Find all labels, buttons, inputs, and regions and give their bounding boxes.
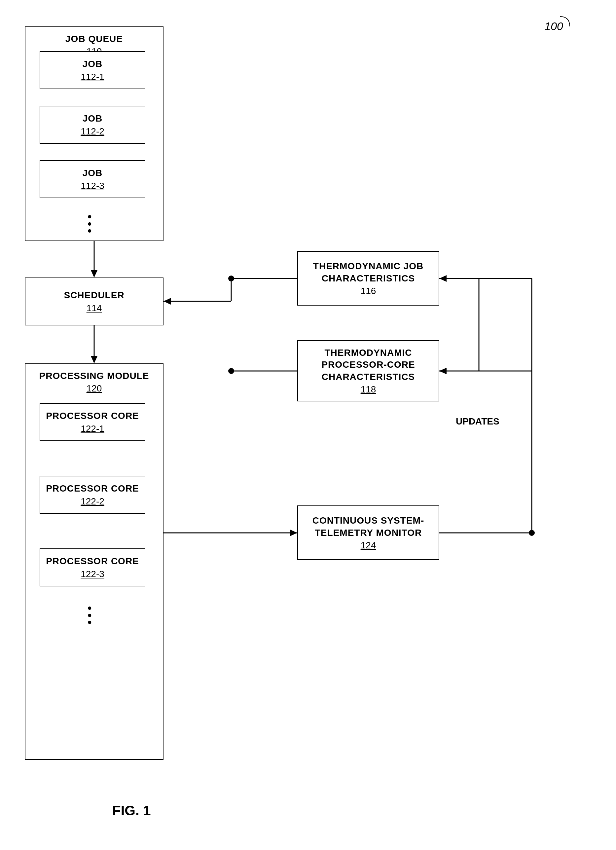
processor-core-3-number: 122-3 xyxy=(81,569,105,579)
thermo-proc-char-number: 118 xyxy=(361,384,376,395)
job-2-label: JOB xyxy=(82,113,103,124)
job-3-box: JOB 112-3 xyxy=(40,160,145,198)
thermo-job-char-label: THERMODYNAMIC JOBCHARACTERISTICS xyxy=(313,260,423,284)
processing-module-number: 120 xyxy=(25,383,163,394)
svg-marker-11 xyxy=(163,298,171,305)
processing-module-label: PROCESSING MODULE xyxy=(25,370,163,382)
job-2-box: JOB 112-2 xyxy=(40,106,145,144)
processor-core-1-label: PROCESSOR CORE xyxy=(46,410,139,422)
svg-point-8 xyxy=(228,275,234,281)
processor-core-2-number: 122-2 xyxy=(81,496,105,507)
continuous-monitor-box: CONTINUOUS SYSTEM-TELEMETRY MONITOR 124 xyxy=(297,506,439,560)
figure-label: FIG. 1 xyxy=(112,803,151,819)
svg-marker-3 xyxy=(91,356,97,364)
svg-marker-21 xyxy=(290,530,297,536)
svg-marker-16 xyxy=(439,368,447,374)
processor-core-1-box: PROCESSOR CORE 122-1 xyxy=(40,403,145,441)
thermo-proc-char-label: THERMODYNAMICPROCESSOR-CORECHARACTERISTI… xyxy=(321,347,415,383)
processor-core-2-label: PROCESSOR CORE xyxy=(46,483,139,495)
job-1-label: JOB xyxy=(82,58,103,70)
processor-core-2-box: PROCESSOR CORE 122-2 xyxy=(40,476,145,514)
job-3-number: 112-3 xyxy=(81,181,105,191)
processor-core-3-box: PROCESSOR CORE 122-3 xyxy=(40,548,145,587)
continuous-monitor-number: 124 xyxy=(361,540,376,551)
thermo-job-char-box: THERMODYNAMIC JOBCHARACTERISTICS 116 xyxy=(297,251,439,305)
svg-point-13 xyxy=(228,368,234,374)
thermo-proc-char-box: THERMODYNAMICPROCESSOR-CORECHARACTERISTI… xyxy=(297,340,439,401)
svg-marker-1 xyxy=(91,270,97,277)
scheduler-box: SCHEDULER 114 xyxy=(25,277,163,325)
scheduler-label: SCHEDULER xyxy=(64,289,124,301)
job-queue-label: JOB QUEUE xyxy=(25,33,163,45)
job-1-box: JOB 112-1 xyxy=(40,51,145,89)
job-2-number: 112-2 xyxy=(81,126,105,137)
diagram-container: 100 JOB QUEUE 110 JOB 112-1 JOB 112-2 JO… xyxy=(0,0,616,850)
dots-2: ••• xyxy=(88,605,92,626)
svg-point-24 xyxy=(529,530,535,536)
svg-marker-15 xyxy=(439,275,447,282)
dots-1: ••• xyxy=(88,213,92,235)
scheduler-number: 114 xyxy=(87,303,102,314)
bracket-icon xyxy=(550,13,576,30)
continuous-monitor-label: CONTINUOUS SYSTEM-TELEMETRY MONITOR xyxy=(312,515,424,539)
processor-core-3-label: PROCESSOR CORE xyxy=(46,555,139,567)
job-1-number: 112-1 xyxy=(81,72,105,82)
thermo-job-char-number: 116 xyxy=(361,286,376,296)
job-3-label: JOB xyxy=(82,167,103,179)
processor-core-1-number: 122-1 xyxy=(81,424,105,434)
updates-label: UPDATES xyxy=(456,416,499,427)
